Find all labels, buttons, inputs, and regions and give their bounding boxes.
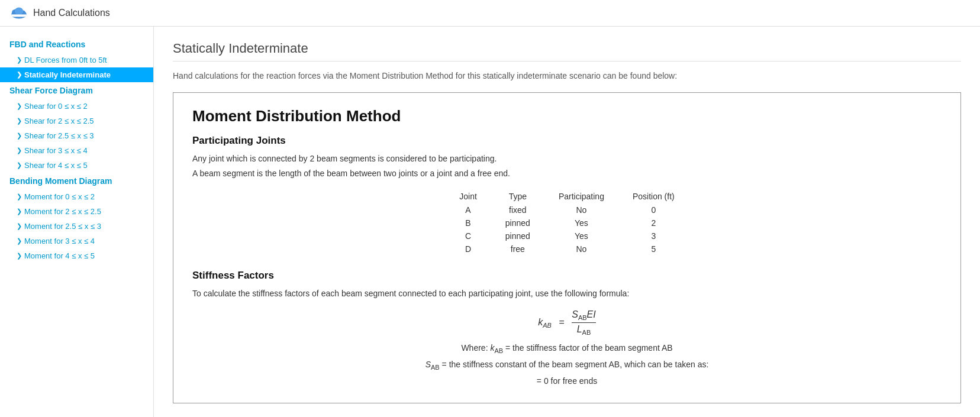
chevron-icon: ❯ — [17, 102, 22, 110]
chevron-icon: ❯ — [17, 117, 22, 125]
content-box: Moment Distribution Method Participating… — [173, 92, 961, 403]
position-d: 5 — [618, 243, 689, 256]
sidebar-item-moment-3-4[interactable]: ❯ Moment for 3 ≤ x ≤ 4 — [0, 234, 153, 248]
svg-rect-4 — [11, 14, 27, 17]
chevron-icon: ❯ — [17, 132, 22, 140]
formula-denominator: LAB — [572, 323, 595, 336]
participating-joints-desc2: A beam segment is the length of the beam… — [192, 167, 942, 180]
sidebar-section-shear[interactable]: Shear Force Diagram — [0, 82, 153, 99]
formula-equals: = — [559, 317, 564, 327]
sidebar-item-dl-forces[interactable]: ❯ DL Forces from 0ft to 5ft — [0, 53, 153, 67]
participating-d: No — [544, 243, 618, 256]
type-a: fixed — [491, 203, 544, 216]
app-title: Hand Calculations — [33, 8, 110, 18]
col-header-position: Position (ft) — [618, 189, 689, 203]
sidebar-item-shear-3-4[interactable]: ❯ Shear for 3 ≤ x ≤ 4 — [0, 143, 153, 158]
chevron-icon: ❯ — [17, 208, 22, 215]
type-d: free — [491, 243, 544, 256]
position-b: 2 — [618, 216, 689, 229]
sidebar-item-shear-2-25[interactable]: ❯ Shear for 2 ≤ x ≤ 2.5 — [0, 114, 153, 128]
joint-b: B — [445, 216, 491, 229]
participating-a: No — [544, 203, 618, 216]
sidebar-item-shear-4-5[interactable]: ❯ Shear for 4 ≤ x ≤ 5 — [0, 158, 153, 173]
chevron-icon: ❯ — [17, 237, 22, 245]
stiffness-section: Stiffness Factors To calculate the stiff… — [192, 270, 942, 389]
method-title: Moment Distribution Method — [192, 107, 942, 125]
stiffness-heading: Stiffness Factors — [192, 270, 942, 282]
joint-a: A — [445, 203, 491, 216]
sidebar-section-bending[interactable]: Bending Moment Diagram — [0, 173, 153, 189]
header: Hand Calculations — [0, 0, 980, 27]
formula-numerator: SABEI — [572, 309, 595, 323]
joint-c: C — [445, 229, 491, 243]
formula-where-text: Where: kAB = the stiffness factor of the… — [192, 341, 942, 388]
sidebar-item-shear-0-2[interactable]: ❯ Shear for 0 ≤ x ≤ 2 — [0, 99, 153, 114]
chevron-icon: ❯ — [17, 147, 22, 154]
chevron-icon-active: ❯ — [17, 71, 22, 79]
joint-d: D — [445, 243, 491, 256]
participating-b: Yes — [544, 216, 618, 229]
main-layout: FBD and Reactions ❯ DL Forces from 0ft t… — [0, 27, 980, 417]
stiffness-formula: kAB = SABEI LAB — [192, 309, 942, 336]
participating-joints-desc1: Any joint which is connected by 2 beam s… — [192, 153, 942, 165]
stiffness-description: To calculate the stiffness factors of ea… — [192, 287, 942, 300]
col-header-joint: Joint — [445, 189, 491, 203]
intro-text: Hand calculations for the reaction force… — [173, 71, 961, 80]
chevron-icon: ❯ — [17, 222, 22, 230]
chevron-icon: ❯ — [17, 193, 22, 201]
chevron-icon: ❯ — [17, 252, 22, 260]
table-row: B pinned Yes 2 — [445, 216, 688, 229]
sidebar-item-moment-0-2[interactable]: ❯ Moment for 0 ≤ x ≤ 2 — [0, 189, 153, 204]
formula-lhs: kAB — [538, 317, 552, 327]
sidebar-item-moment-2-25[interactable]: ❯ Moment for 2 ≤ x ≤ 2.5 — [0, 204, 153, 219]
table-row: C pinned Yes 3 — [445, 229, 688, 243]
sidebar-item-moment-4-5[interactable]: ❯ Moment for 4 ≤ x ≤ 5 — [0, 248, 153, 263]
title-divider — [173, 61, 961, 62]
joints-table: Joint Type Participating Position (ft) A… — [445, 189, 688, 256]
type-c: pinned — [491, 229, 544, 243]
skyciv-logo-icon — [9, 6, 28, 20]
chevron-icon: ❯ — [17, 161, 22, 169]
col-header-type: Type — [491, 189, 544, 203]
sidebar-item-moment-25-3[interactable]: ❯ Moment for 2.5 ≤ x ≤ 3 — [0, 219, 153, 234]
main-content: Statically Indeterminate Hand calculatio… — [154, 27, 980, 417]
table-row: A fixed No 0 — [445, 203, 688, 216]
sidebar: FBD and Reactions ❯ DL Forces from 0ft t… — [0, 27, 154, 417]
position-c: 3 — [618, 229, 689, 243]
position-a: 0 — [618, 203, 689, 216]
participating-c: Yes — [544, 229, 618, 243]
chevron-icon: ❯ — [17, 56, 22, 64]
sidebar-section-fbd[interactable]: FBD and Reactions — [0, 36, 153, 53]
page-title: Statically Indeterminate — [173, 41, 961, 56]
table-row: D free No 5 — [445, 243, 688, 256]
sidebar-item-shear-25-3[interactable]: ❯ Shear for 2.5 ≤ x ≤ 3 — [0, 128, 153, 143]
type-b: pinned — [491, 216, 544, 229]
col-header-participating: Participating — [544, 189, 618, 203]
svg-point-3 — [15, 7, 23, 15]
sidebar-item-statically-indeterminate[interactable]: ❯ Statically Indeterminate — [0, 67, 153, 82]
logo-container: Hand Calculations — [9, 6, 110, 20]
participating-joints-heading: Participating Joints — [192, 135, 942, 147]
formula-fraction: SABEI LAB — [572, 309, 595, 336]
